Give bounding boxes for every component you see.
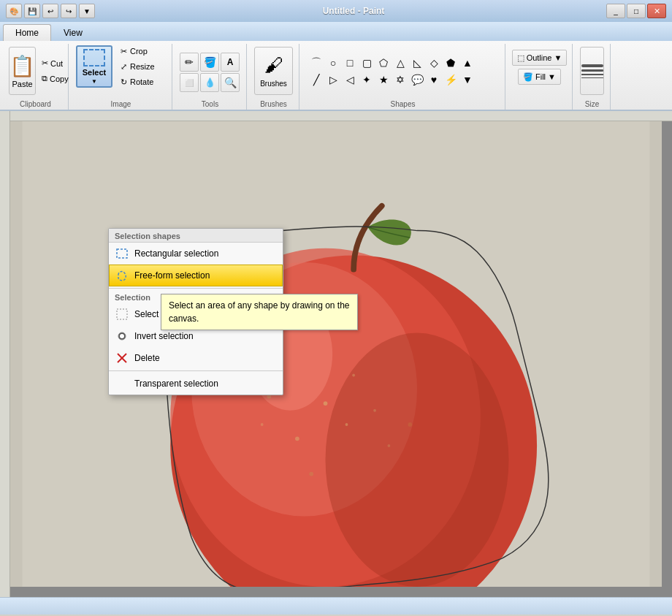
undo-btn[interactable]: ↩ xyxy=(42,4,58,18)
size-line1 xyxy=(581,64,603,67)
crop-button[interactable]: ✂ Crop xyxy=(117,44,159,58)
rectangular-selection-label: Rectangular selection xyxy=(134,248,218,259)
free-form-selection-item[interactable]: Free-form selection xyxy=(109,265,283,286)
shape-curve[interactable]: ⌒ xyxy=(308,55,324,71)
svg-point-19 xyxy=(120,334,124,338)
shapes-grid: ⌒ ○ □ ▢ ⬠ △ ◺ ◇ ⬟ ▲ ╱ ▷ ◁ ✦ ★ ✡ 💬 xyxy=(307,53,477,89)
shape-triangle[interactable]: △ xyxy=(392,55,408,71)
size-group-label: Size xyxy=(574,100,610,108)
size-button[interactable] xyxy=(580,47,604,95)
svg-point-15 xyxy=(408,422,412,427)
shape-diamond[interactable]: ◇ xyxy=(426,55,442,71)
shape-rounded-rect[interactable]: ▢ xyxy=(359,55,375,71)
transparent-icon xyxy=(115,377,129,390)
paint-menu-btn[interactable]: 🎨 xyxy=(6,4,22,18)
clipboard-content: 📋 Paste ✂ Cut ⧉ Copy xyxy=(9,44,62,98)
crop-label: Crop xyxy=(130,47,148,56)
tab-view[interactable]: View xyxy=(51,24,95,41)
shape-pentagon[interactable]: ⬟ xyxy=(443,55,459,71)
fill-tool[interactable]: 🪣 xyxy=(200,53,219,72)
copy-label: Copy xyxy=(50,75,69,83)
rotate-label: Rotate xyxy=(130,77,153,86)
size-content xyxy=(580,44,604,98)
brushes-label: Brushes xyxy=(260,80,287,88)
tab-home[interactable]: Home xyxy=(3,24,51,41)
outline-icon: ⬚ xyxy=(517,53,524,63)
tools-row1: ✏ 🪣 A xyxy=(180,53,240,72)
size-line2 xyxy=(581,69,603,72)
shape-rect[interactable]: □ xyxy=(342,55,358,71)
status-bar xyxy=(0,597,672,615)
shape-star5[interactable]: ★ xyxy=(375,72,392,88)
window-controls: _ □ ✕ xyxy=(606,4,666,18)
shape-arrow[interactable]: ▷ xyxy=(325,72,341,88)
shape-right-tri[interactable]: ◺ xyxy=(409,55,425,71)
shape-heart[interactable]: ♥ xyxy=(426,72,442,88)
shape-arrow2[interactable]: ◁ xyxy=(342,72,358,88)
svg-point-7 xyxy=(345,423,348,426)
paste-label: Paste xyxy=(12,80,32,88)
color-picker-tool[interactable]: 💧 xyxy=(200,73,219,92)
magnify-tool[interactable]: 🔍 xyxy=(221,73,240,92)
transparent-selection-item[interactable]: Transparent selection xyxy=(109,373,283,395)
left-ruler xyxy=(0,111,10,597)
shapes-grid-wrap: ⌒ ○ □ ▢ ⬠ △ ◺ ◇ ⬟ ▲ ╱ ▷ ◁ ✦ ★ ✡ 💬 xyxy=(307,53,477,89)
save-btn[interactable]: 💾 xyxy=(24,4,40,18)
shape-ellipse[interactable]: ○ xyxy=(325,55,341,71)
select-icon xyxy=(83,49,105,66)
shape-lightning[interactable]: ⚡ xyxy=(443,72,459,88)
image-group: Select ▼ ✂ Crop ⤢ Resize ↻ Rotate xyxy=(70,44,172,110)
canvas-area[interactable]: Selection shapes Rectangular selection F… xyxy=(0,111,672,597)
tooltip: Select an area of any shape by drawing o… xyxy=(161,294,358,330)
paste-button[interactable]: 📋 Paste xyxy=(9,47,36,95)
brush-icon: 🖌 xyxy=(264,54,283,77)
transparent-selection-label: Transparent selection xyxy=(134,379,218,389)
shape-line[interactable]: ╱ xyxy=(308,72,324,88)
cut-label: Cut xyxy=(50,59,63,68)
quick-access-bar: 🎨 💾 ↩ ↪ ▼ xyxy=(6,4,95,18)
minimize-btn[interactable]: _ xyxy=(606,4,625,18)
rotate-button[interactable]: ↻ Rotate xyxy=(117,75,159,89)
freeform-selection-icon xyxy=(115,269,129,282)
svg-point-9 xyxy=(373,409,376,412)
svg-point-5 xyxy=(326,333,509,587)
rectangular-selection-item[interactable]: Rectangular selection xyxy=(109,243,283,265)
brushes-content: 🖌 Brushes xyxy=(254,44,293,98)
outline-fill-group: ⬚ Outline ▼ 🪣 Fill ▼ xyxy=(507,44,573,110)
resize-button[interactable]: ⤢ Resize xyxy=(117,59,159,74)
delete-icon xyxy=(115,351,129,365)
shape-scroll-up[interactable]: ▲ xyxy=(459,55,476,71)
svg-rect-17 xyxy=(117,309,127,319)
pencil-tool[interactable]: ✏ xyxy=(180,53,199,72)
shape-star4[interactable]: ✦ xyxy=(359,72,375,88)
window-title: Untitled - Paint xyxy=(105,6,602,16)
image-group-label: Image xyxy=(70,100,172,108)
delete-item[interactable]: Delete xyxy=(109,347,283,369)
select-wrap: Select ▼ ✂ Crop ⤢ Resize ↻ Rotate xyxy=(76,44,159,89)
delete-label: Delete xyxy=(134,353,160,363)
brushes-button[interactable]: 🖌 Brushes xyxy=(254,47,293,95)
shapes-group: ⌒ ○ □ ▢ ⬠ △ ◺ ◇ ⬟ ▲ ╱ ▷ ◁ ✦ ★ ✡ 💬 xyxy=(301,44,505,110)
menu-divider1 xyxy=(109,288,283,289)
select-button[interactable]: Select ▼ xyxy=(76,45,112,88)
svg-point-14 xyxy=(261,423,264,426)
tools-group-label: Tools xyxy=(174,100,246,108)
close-btn[interactable]: ✕ xyxy=(647,4,666,18)
tools-group: ✏ 🪣 A ⬜ 💧 🔍 Tools xyxy=(174,44,247,110)
text-tool[interactable]: A xyxy=(221,53,240,72)
shape-star6[interactable]: ✡ xyxy=(392,72,408,88)
brushes-group: 🖌 Brushes Brushes xyxy=(248,44,299,110)
maximize-btn[interactable]: □ xyxy=(627,4,646,18)
eraser-tool[interactable]: ⬜ xyxy=(180,73,199,92)
fill-button[interactable]: 🪣 Fill ▼ xyxy=(518,69,561,85)
shape-callout[interactable]: 💬 xyxy=(409,72,425,88)
ribbon: 📋 Paste ✂ Cut ⧉ Copy Clipboard xyxy=(0,41,672,111)
resize-label: Resize xyxy=(130,62,155,71)
qa-dropdown-btn[interactable]: ▼ xyxy=(79,4,95,18)
shape-polygon[interactable]: ⬠ xyxy=(375,55,392,71)
outline-button[interactable]: ⬚ Outline ▼ xyxy=(512,50,568,66)
redo-btn[interactable]: ↪ xyxy=(61,4,77,18)
shapes-content: ⌒ ○ □ ▢ ⬠ △ ◺ ◇ ⬟ ▲ ╱ ▷ ◁ ✦ ★ ✡ 💬 xyxy=(307,44,499,98)
shape-scroll-dn[interactable]: ▼ xyxy=(459,72,476,88)
svg-point-8 xyxy=(295,436,299,441)
